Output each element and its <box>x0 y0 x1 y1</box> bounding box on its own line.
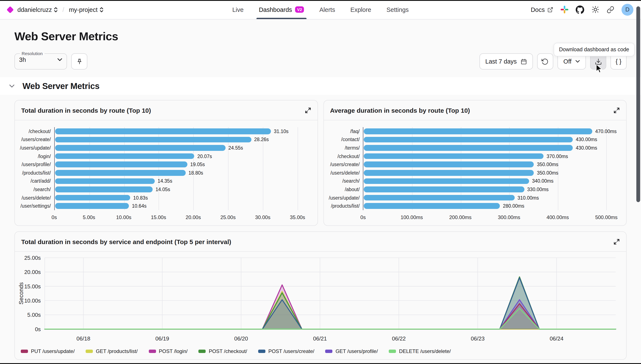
x-axis-tick: 200.00ms <box>449 214 471 220</box>
legend-label: GET /users/profile/ <box>336 348 378 354</box>
bar[interactable] <box>55 128 271 134</box>
x-axis-tick: 300.00ms <box>498 214 520 220</box>
bar[interactable] <box>55 145 226 151</box>
bar[interactable] <box>364 178 529 184</box>
pin-button[interactable] <box>71 54 87 70</box>
bar[interactable] <box>364 195 514 201</box>
refresh-icon <box>541 58 549 65</box>
legend-item[interactable]: POST /checkout/ <box>199 348 247 354</box>
x-axis-tick: 06/18 <box>77 336 90 342</box>
org-switcher[interactable]: ddanielcruzz <box>17 6 58 13</box>
chart-card-average-duration-by-route: Average duration in seconds by route (To… <box>323 100 626 226</box>
bar[interactable] <box>55 170 186 176</box>
bar-value-label: 470.00ms <box>595 129 617 134</box>
external-link-icon <box>547 6 553 12</box>
bar-row: 10.64s <box>55 202 310 210</box>
bar-row: 20.07s <box>55 152 310 160</box>
tab-alerts[interactable]: Alerts <box>319 0 335 19</box>
legend-item[interactable]: GET /products/list/ <box>86 348 138 354</box>
bar-value-label: 14.35s <box>158 178 172 184</box>
refresh-button[interactable] <box>537 54 553 70</box>
section-header: Web Server Metrics <box>0 77 641 95</box>
area-chart[interactable]: 0s5.00s10.00s15.00s20.00s25.00s06/1806/1… <box>17 255 623 348</box>
time-range-button[interactable]: Last 7 days <box>479 54 533 70</box>
legend-item[interactable]: POST /login/ <box>149 348 188 354</box>
category-label: /login/ <box>20 152 54 160</box>
resolution-value: 3h <box>19 56 26 63</box>
share-link-icon[interactable] <box>607 6 614 13</box>
bar[interactable] <box>364 128 592 134</box>
bar[interactable] <box>364 154 544 159</box>
y-axis-tick: 0s <box>35 326 41 332</box>
bar[interactable] <box>364 170 534 176</box>
category-label: /faq/ <box>329 127 363 136</box>
scrollbar-thumb[interactable] <box>636 6 640 202</box>
x-axis-tick: 15.00s <box>151 214 166 220</box>
bar[interactable] <box>55 195 130 201</box>
collapse-chevron-icon[interactable] <box>9 84 15 88</box>
bar[interactable] <box>55 162 187 168</box>
bar-value-label: 340.00ms <box>532 178 553 184</box>
bar[interactable] <box>364 145 573 151</box>
resolution-label: Resolution <box>20 51 44 56</box>
bar[interactable] <box>55 178 155 184</box>
bar[interactable] <box>55 203 129 209</box>
chart-title: Total duration in seconds by service and… <box>21 238 231 245</box>
bar[interactable] <box>364 186 524 192</box>
user-avatar[interactable]: D <box>621 4 633 16</box>
category-label: /users/update/ <box>329 194 363 202</box>
tab-dashboards[interactable]: Dashboards V2 <box>259 0 304 19</box>
category-label: /users/delete/ <box>329 169 363 177</box>
theme-sun-icon[interactable] <box>591 6 599 14</box>
legend-item[interactable]: POST /users/create/ <box>258 348 314 354</box>
project-switcher[interactable]: my-project <box>69 6 104 13</box>
x-axis-tick: 100.00ms <box>401 214 423 220</box>
bar[interactable] <box>55 137 251 142</box>
x-axis-tick: 25.00s <box>220 214 236 220</box>
legend-swatch <box>325 350 333 353</box>
y-axis-tick: 15.00s <box>24 283 41 290</box>
tab-settings[interactable]: Settings <box>386 0 409 19</box>
nav-tabs: Live Dashboards V2 Alerts Explore Settin… <box>232 0 409 19</box>
x-axis-tick: 20.00s <box>186 214 201 220</box>
bar[interactable] <box>55 186 153 192</box>
section-title: Web Server Metrics <box>23 81 100 91</box>
bar[interactable] <box>364 137 573 142</box>
page-title: Web Server Metrics <box>15 30 626 43</box>
bar[interactable] <box>55 154 194 159</box>
chart-card-duration-by-service-endpoint: Total duration in seconds by service and… <box>15 231 626 360</box>
bar-value-label: 430.00ms <box>576 145 597 150</box>
breadcrumb-separator: / <box>63 6 64 13</box>
expand-button[interactable] <box>613 107 620 113</box>
x-axis-tick: 0s <box>360 214 366 220</box>
tab-explore[interactable]: Explore <box>350 0 371 19</box>
legend-item[interactable]: DELETE /users/delete/ <box>389 348 451 354</box>
slack-icon[interactable] <box>560 6 568 14</box>
pin-icon <box>76 58 83 65</box>
expand-button[interactable] <box>613 238 620 245</box>
bar-row: 24.55s <box>55 144 310 152</box>
bar[interactable] <box>364 162 534 168</box>
docs-link[interactable]: Docs <box>531 6 553 13</box>
resolution-select[interactable]: Resolution 3h <box>15 51 67 70</box>
bar-value-label: 350.00ms <box>537 170 558 176</box>
bar-value-label: 350.00ms <box>537 162 558 167</box>
bar[interactable] <box>364 203 500 209</box>
expand-button[interactable] <box>305 107 311 113</box>
legend-item[interactable]: PUT /users/update/ <box>21 348 75 354</box>
category-label: /user/settings/ <box>20 202 54 210</box>
tab-live[interactable]: Live <box>232 0 244 19</box>
category-label: /users/create/ <box>20 136 54 144</box>
bar-value-label: 31.10s <box>274 129 289 134</box>
x-axis-tick: 0s <box>52 214 57 220</box>
legend-item[interactable]: GET /users/profile/ <box>325 348 378 354</box>
category-label: /users/update/ <box>20 144 54 152</box>
bar-row: 28.26s <box>55 136 310 144</box>
bar-value-label: 10.64s <box>132 204 147 208</box>
bar-row: 330.00ms <box>364 185 618 194</box>
bar-value-label: 10.83s <box>133 195 148 200</box>
project-name: my-project <box>69 6 98 13</box>
y-axis-tick: 10.00s <box>24 298 41 304</box>
dashboard-controls: Resolution 3h Last 7 days <box>15 50 626 70</box>
github-icon[interactable] <box>576 5 584 14</box>
